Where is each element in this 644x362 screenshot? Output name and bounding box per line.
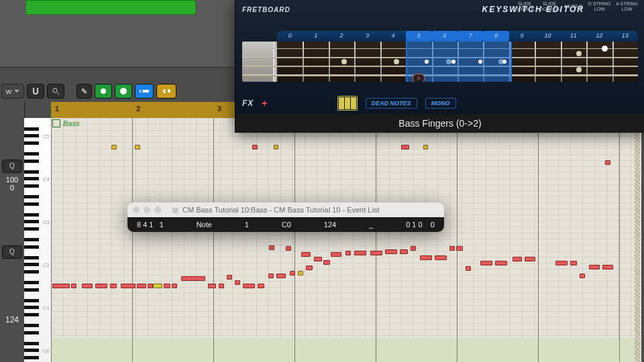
preset-name-bar[interactable]: Bass Fingers (0->2) [235,114,644,133]
midi-note[interactable] [306,265,313,270]
tool-color[interactable] [115,84,132,99]
midi-note[interactable] [525,257,535,261]
velocity-q-button[interactable]: Q [2,245,22,259]
midi-note[interactable] [181,276,205,281]
link-button[interactable] [156,84,176,99]
midi-note[interactable] [243,284,255,288]
midi-note[interactable] [400,249,408,254]
articulation-toggle[interactable]: SLIDEDOWN G [539,1,559,12]
articulation-toggle[interactable]: SLIDEDOWN E [515,1,535,12]
midi-note[interactable] [331,252,341,257]
midi-note[interactable] [411,246,416,251]
velocity-value[interactable]: 124 [0,315,24,324]
midi-note[interactable] [52,284,70,288]
midi-note[interactable] [370,251,382,255]
articulation-toggle[interactable]: A STRINGLOW [616,1,638,12]
midi-note[interactable] [423,145,428,149]
dead-notes-toggle[interactable]: DEAD NOTES [366,98,417,109]
event-list-window[interactable]: ▦ CM Bass Tutorial 10:Bass - CM Bass Tut… [127,202,444,232]
arrange-region[interactable] [25,0,196,15]
midi-note[interactable] [385,249,397,254]
midi-note[interactable] [589,265,600,269]
midi-note[interactable] [235,280,240,285]
midi-note[interactable] [605,160,610,165]
snap-button[interactable] [27,84,44,99]
midi-note[interactable] [95,284,107,288]
midi-note[interactable] [269,245,274,250]
daw-workspace: w ✎ 1 2 3 Bass Q 100 0 Q 124 C5 C4 C3 C2 [0,0,644,362]
fret-number: 5 [406,31,431,42]
midi-note[interactable] [555,261,568,265]
midi-note[interactable] [121,284,136,288]
view-mode-selector[interactable]: w [1,84,24,99]
midi-note[interactable] [274,145,278,149]
midi-note[interactable] [227,275,232,280]
midi-note[interactable] [110,284,117,288]
track-color-chip [52,119,60,127]
keyswitch-keys-icon[interactable] [337,96,358,111]
articulation-toggle[interactable]: MUTE D [565,4,583,9]
midi-note[interactable] [258,284,264,288]
midi-note[interactable] [354,251,366,255]
midi-note[interactable] [148,284,153,288]
midi-note[interactable] [513,257,522,261]
preset-name: Bass Fingers (0->2) [398,118,481,129]
tool-brush[interactable] [95,84,112,99]
midi-note[interactable] [456,246,463,251]
midi-note[interactable] [164,284,170,288]
midi-note[interactable] [401,145,409,149]
midi-note[interactable] [208,284,216,288]
event-list-titlebar[interactable]: ▦ CM Bass Tutorial 10:Bass - CM Bass Tut… [127,202,444,217]
add-fx-button[interactable]: + [262,98,267,109]
fx-row: FX + DEAD NOTES MONO [242,94,638,113]
event-row[interactable]: 8 4 1 1 Note 1 C0 124 _ 0 1 0 0 [127,217,444,232]
midi-note[interactable] [580,274,585,278]
articulation-toggle[interactable]: D STRINGLOW [588,1,610,12]
zoom-icon[interactable] [154,206,161,213]
quantize-button[interactable]: Q [2,160,22,173]
midi-note[interactable] [268,274,274,278]
piano-keyboard[interactable]: C5 C4 C3 C2 C1 C0 [24,118,52,362]
midi-note[interactable] [276,274,286,278]
midi-note[interactable] [252,145,258,149]
midi-note[interactable] [435,255,447,260]
mono-toggle[interactable]: MONO [425,98,456,109]
midi-note[interactable] [570,261,577,265]
midi-note[interactable] [480,261,492,265]
quantize-value[interactable]: 100 [0,176,24,184]
view-mode-label: w [6,87,11,95]
minimize-icon[interactable] [144,206,150,213]
close-icon[interactable] [133,206,140,213]
midi-note[interactable] [495,261,507,265]
midi-in-button[interactable] [135,84,154,99]
midi-note[interactable] [82,284,93,288]
midi-note[interactable] [301,252,311,257]
piano-roll-grid[interactable] [51,118,641,362]
quantize-subvalue[interactable]: 0 [0,184,24,192]
midi-note[interactable] [298,271,303,276]
midi-note[interactable] [172,284,177,288]
root-note-marker[interactable]: A [413,74,425,82]
midi-note[interactable] [323,260,330,265]
midi-note[interactable] [219,284,224,288]
zoom-button[interactable] [47,84,64,99]
midi-note[interactable] [137,284,146,288]
midi-note[interactable] [345,251,351,255]
midi-note[interactable] [71,284,76,288]
tool-pointer[interactable]: ✎ [76,84,92,99]
fret-number: 11 [561,31,586,42]
midi-note[interactable] [290,271,295,276]
fretboard[interactable]: A [242,42,638,82]
midi-note[interactable] [286,246,291,251]
instrument-plugin-window[interactable]: FRETBOARD KEYSWITCH EDITOR SLIDEDOWN ESL… [235,0,644,133]
midi-note[interactable] [449,246,455,251]
event-type: Note [197,221,212,229]
window-controls[interactable] [133,206,161,213]
midi-note[interactable] [153,284,162,288]
midi-note[interactable] [111,145,117,149]
midi-note[interactable] [466,266,471,271]
midi-note[interactable] [420,255,432,260]
midi-note[interactable] [602,265,613,269]
midi-note[interactable] [135,145,140,149]
midi-note[interactable] [314,257,322,261]
